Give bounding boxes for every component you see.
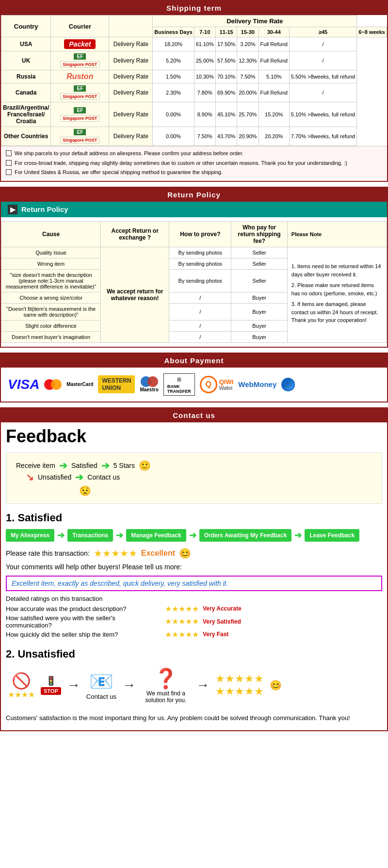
customer-note: Customers' satisfaction is the most impo… bbox=[1, 708, 387, 730]
email-container: 📧 Contact us bbox=[86, 670, 116, 700]
payment-header: About Payment bbox=[1, 354, 387, 368]
return-section: Return Policy ▶ Return Policy Cause Acce… bbox=[0, 187, 388, 348]
rating-label: How satisfied were you with the seller's… bbox=[6, 614, 161, 629]
data-cell: / bbox=[289, 83, 356, 102]
courier-cell: Packet bbox=[51, 37, 109, 51]
data-cell: 5.10% bbox=[259, 70, 289, 83]
comment-text: Your comments will help other buyers! Pl… bbox=[6, 563, 182, 571]
data-cell: 17.50% bbox=[215, 37, 237, 51]
rating-value: Very Fast bbox=[203, 631, 228, 638]
return-prove-cell: / bbox=[169, 320, 231, 331]
feedback-flow-row1: Receive item ➔ Satisfied ➔ 5 Stars 🙂 bbox=[16, 460, 372, 471]
data-cell: / bbox=[289, 37, 356, 51]
courier-cell: EFSingapore POST bbox=[51, 83, 109, 102]
feedback-title: Feedback bbox=[1, 422, 387, 449]
note-item: For United States & Russia, we offer spe… bbox=[6, 168, 382, 177]
rate-stars: ★★★★★ bbox=[94, 547, 137, 559]
sub-1530: 15-30 bbox=[237, 27, 259, 37]
sub-3044: 30-44 bbox=[259, 27, 289, 37]
return-cause-cell: Doesn't meet buyer's imagination bbox=[1, 331, 101, 342]
data-cell: 2.30% bbox=[153, 83, 194, 102]
data-cell: 5.10% >8weeks, full refund bbox=[289, 102, 356, 127]
country-cell: Other Countries bbox=[1, 127, 51, 146]
return-prove-cell: / bbox=[169, 331, 231, 342]
sub-68weeks: 6~8 weeks bbox=[357, 27, 387, 37]
step-btn[interactable]: Manage Feedback bbox=[126, 529, 186, 542]
return-whopay-cell: Buyer bbox=[231, 303, 287, 320]
arrow-right-flow3: → bbox=[196, 677, 210, 693]
return-cause-cell: Wrong item bbox=[1, 258, 101, 269]
return-whopay-cell: Buyer bbox=[231, 320, 287, 331]
stop-sign-container: 🚦 STOP bbox=[41, 675, 61, 695]
data-cell: 20.90% bbox=[237, 127, 259, 146]
data-cell: 69.90% bbox=[215, 83, 237, 102]
shipping-notes: We ship parcels to your default address … bbox=[1, 146, 387, 181]
return-whopay-cell: Buyer bbox=[231, 331, 287, 342]
return-prove-cell: / bbox=[169, 292, 231, 303]
email-icon: 📧 bbox=[89, 670, 113, 693]
country-cell: USA bbox=[1, 37, 51, 51]
contact-us-label: Contact us bbox=[86, 693, 116, 700]
comment-row: Your comments will help other buyers! Pl… bbox=[1, 562, 387, 574]
data-cell: 3.20% bbox=[237, 37, 259, 51]
data-cell: Full Refund bbox=[259, 51, 289, 70]
return-whopay-cell: Seller bbox=[231, 247, 287, 258]
return-whopay-cell: Seller bbox=[231, 269, 287, 292]
maestro-logo: Maestro bbox=[140, 376, 158, 392]
unsatisfied-heading: 2. Unsatisfied bbox=[1, 644, 387, 662]
delivery-rate-cell: Delivery Rate bbox=[109, 83, 153, 102]
step-btn[interactable]: My Aliexpress bbox=[6, 529, 54, 542]
bank-transfer-logo: ≡ BANKTRANSFER bbox=[163, 373, 195, 396]
visa-logo: VISA bbox=[8, 377, 39, 392]
arrow3: ➔ bbox=[75, 471, 83, 483]
unsatisfied-label: Unsatisfied bbox=[38, 473, 71, 481]
return-whopay-cell: Buyer bbox=[231, 292, 287, 303]
col-courier-header: Courier bbox=[51, 16, 109, 37]
th-cause: Cause bbox=[1, 221, 101, 247]
payment-logos: VISA MasterCard WESTERNUNION Maestro ≡ B… bbox=[1, 368, 387, 402]
sub-1115: 11-15 bbox=[215, 27, 237, 37]
return-prove-cell: / bbox=[169, 303, 231, 320]
sub-710: 7-10 bbox=[194, 27, 215, 37]
data-cell: 45.10% bbox=[215, 102, 237, 127]
courier-cell: EFSingapore POST bbox=[51, 102, 109, 127]
step-btn[interactable]: Orders Awaiting My Feedback bbox=[199, 529, 292, 542]
th-note: Please Note bbox=[287, 221, 387, 247]
data-cell: 20.00% bbox=[237, 83, 259, 102]
rating-row: How satisfied were you with the seller's… bbox=[6, 614, 382, 629]
step-btn[interactable]: Leave Feedback bbox=[305, 529, 359, 542]
sub-bizdays: Business Days bbox=[153, 27, 194, 37]
smiley-excellent: 😊 bbox=[179, 547, 191, 559]
rating-stars: ★★★★★ bbox=[165, 617, 199, 626]
data-cell: 5.20% bbox=[153, 51, 194, 70]
data-cell: 15.20% bbox=[259, 102, 289, 127]
return-cause-cell: "size doesn't match the description (ple… bbox=[1, 269, 101, 292]
country-cell: UK bbox=[1, 51, 51, 70]
data-cell: 25.00% bbox=[194, 51, 215, 70]
return-cause-cell: "Doesn't fit(item's measurement is the s… bbox=[1, 303, 101, 320]
return-cause-cell: Choose a wrong size/color bbox=[1, 292, 101, 303]
arrow-right-flow2: → bbox=[122, 677, 136, 693]
data-cell: 7.50% bbox=[194, 127, 215, 146]
col-country-header: Country bbox=[1, 16, 51, 37]
rating-label: How accurate was the product description… bbox=[6, 605, 161, 612]
data-cell: 25.70% bbox=[237, 102, 259, 127]
country-cell: Russia bbox=[1, 70, 51, 83]
data-cell: 0.00% bbox=[153, 102, 194, 127]
th-prove: How to prove? bbox=[169, 221, 231, 247]
unsatisfied-flow: 🚫 ★★★★ 🚦 STOP → 📧 Contact us → ❓ We must… bbox=[1, 662, 387, 708]
return-prove-cell: By sending photos bbox=[169, 258, 231, 269]
data-cell: / bbox=[289, 51, 356, 70]
no-icon: 🚫 ★★★★ bbox=[8, 672, 35, 699]
return-header-bar: ▶ Return Policy bbox=[1, 202, 387, 217]
courier-cell: EFSingapore POST bbox=[51, 51, 109, 70]
rating-stars: ★★★★★ bbox=[165, 630, 199, 639]
data-cell: 43.70% bbox=[215, 127, 237, 146]
mastercard-logo bbox=[44, 379, 62, 390]
delivery-rate-cell: Delivery Rate bbox=[109, 70, 153, 83]
data-cell: 18.20% bbox=[153, 37, 194, 51]
return-whopay-cell: Seller bbox=[231, 258, 287, 269]
step-btn[interactable]: Transactions bbox=[67, 529, 113, 542]
smiley-sad: 😟 bbox=[79, 485, 91, 496]
contact-section: Contact us Feedback Receive item ➔ Satis… bbox=[0, 407, 388, 731]
